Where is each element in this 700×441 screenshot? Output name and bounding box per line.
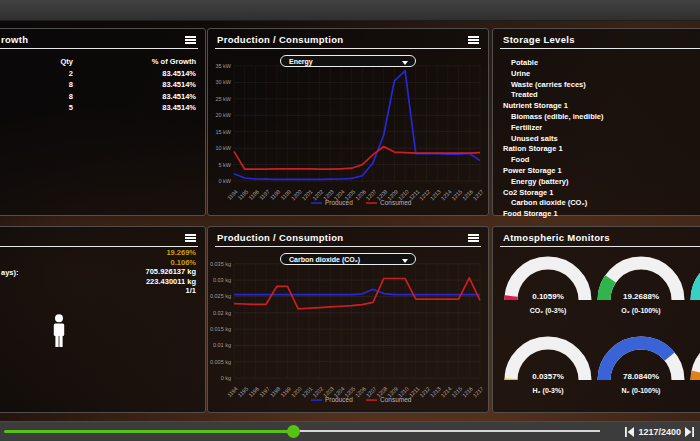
timeline-bar: 1217/2400	[0, 421, 700, 441]
svg-text:5 kW: 5 kW	[218, 162, 231, 168]
menu-icon[interactable]	[185, 36, 196, 44]
atmospheric-monitors-panel: Atmospheric Monitors 0.1059%CO₂ (0-3%)19…	[492, 226, 700, 413]
timeline-track[interactable]	[294, 430, 600, 432]
growth-header-row: Qty % of Growth	[0, 56, 205, 68]
gauge-label: O₂ (0-100%)	[594, 307, 688, 314]
info-value: 223.430011 kg	[146, 277, 196, 287]
svg-text:1214: 1214	[440, 386, 453, 399]
gauge-o2: 19.2688%O₂ (0-100%)	[594, 256, 688, 334]
storage-item: Fertilizer	[503, 123, 604, 134]
panel-title: Storage Levels	[503, 34, 575, 45]
svg-text:1199: 1199	[280, 188, 293, 201]
svg-text:10 kW: 10 kW	[215, 145, 231, 151]
storage-item: Co2 Storage 1	[503, 188, 604, 199]
svg-text:1212: 1212	[418, 188, 431, 201]
growth-panel: rowth Qty % of Growth 283.4514%883.4514%…	[0, 28, 206, 216]
svg-text:1200: 1200	[290, 386, 303, 399]
svg-text:1216: 1216	[461, 386, 474, 399]
selector-value: Carbon dioxide (CO₂)	[289, 256, 360, 263]
selector-value: Energy	[289, 58, 313, 65]
growth-value: 83.4514%	[162, 68, 196, 80]
skip-end-button[interactable]	[685, 427, 694, 437]
menu-icon[interactable]	[468, 234, 479, 242]
svg-text:25 kW: 25 kW	[215, 96, 231, 102]
menu-icon[interactable]	[185, 234, 196, 242]
growth-value: 83.4514%	[162, 102, 196, 114]
svg-text:0.01 kg: 0.01 kg	[213, 343, 231, 349]
energy-selector[interactable]: Energy	[280, 55, 416, 67]
menu-icon[interactable]	[468, 36, 479, 44]
gauge-value: 0.0357%	[501, 372, 595, 381]
timeline-track-filled[interactable]	[4, 430, 294, 433]
gauge-label: CO₂ (0-3%)	[501, 307, 595, 314]
panel-title: Production / Consumption	[217, 34, 343, 45]
svg-text:1216: 1216	[461, 188, 474, 201]
panel-title: Atmospheric Monitors	[503, 232, 610, 243]
storage-item: Potable	[503, 58, 604, 69]
gauge-label: N₂ (0-100%)	[594, 387, 688, 394]
info-value: 705.926137 kg	[146, 267, 196, 277]
svg-text:1206: 1206	[354, 386, 367, 399]
info-values: 19.269%0.106%705.926137 kg223.430011 kg1…	[146, 248, 196, 296]
qty-value: 8	[69, 91, 73, 103]
storage-item: Food	[503, 155, 604, 166]
title-divider	[0, 246, 198, 247]
skip-start-button[interactable]	[625, 427, 634, 437]
info-value: 0.106%	[146, 258, 196, 268]
panel-title: rowth	[1, 34, 28, 45]
svg-text:1197: 1197	[258, 188, 271, 201]
svg-text:1196: 1196	[248, 386, 261, 399]
svg-text:Consumed: Consumed	[380, 396, 412, 403]
qty-value: 5	[69, 102, 73, 114]
gauge-value: 19.2688%	[594, 292, 688, 301]
title-divider	[215, 48, 481, 49]
panel-title: Production / Consumption	[217, 232, 343, 243]
svg-text:0 kW: 0 kW	[218, 178, 231, 184]
svg-text:1202: 1202	[311, 188, 324, 201]
svg-text:1197: 1197	[258, 386, 271, 399]
svg-text:1214: 1214	[440, 188, 453, 201]
storage-list: PotableUrineWaste (carries feces)Treated…	[503, 58, 604, 220]
qty-value: 8	[69, 79, 73, 91]
storage-levels-panel: Storage Levels PotableUrineWaste (carrie…	[492, 28, 700, 216]
storage-item: Nutrient Storage 1	[503, 101, 604, 112]
gauge-co2: 0.1059%CO₂ (0-3%)	[501, 256, 595, 334]
svg-text:0.015 kg: 0.015 kg	[210, 326, 231, 332]
svg-text:Consumed: Consumed	[380, 199, 412, 206]
chevron-down-icon	[402, 259, 408, 263]
title-divider	[0, 48, 198, 49]
growth-row: 883.4514%	[0, 79, 205, 91]
info-value: 1/1	[146, 286, 196, 296]
svg-text:1213: 1213	[429, 386, 442, 399]
timeline-thumb[interactable]	[287, 425, 300, 438]
svg-text:1212: 1212	[418, 386, 431, 399]
co2-selector[interactable]: Carbon dioxide (CO₂)	[280, 253, 416, 265]
svg-text:20 kW: 20 kW	[215, 112, 231, 118]
svg-text:1215: 1215	[450, 188, 463, 201]
svg-text:1213: 1213	[429, 188, 442, 201]
crew-info-panel: ays): 19.269%0.106%705.926137 kg223.4300…	[0, 226, 206, 413]
info-value: 19.269%	[146, 248, 196, 258]
svg-text:1195: 1195	[237, 188, 250, 201]
storage-item: Treated	[503, 90, 604, 101]
svg-text:1194: 1194	[226, 386, 239, 399]
svg-text:0 kg: 0 kg	[221, 375, 231, 381]
storage-item: Urine	[503, 69, 604, 80]
title-divider	[500, 246, 700, 247]
svg-text:1201: 1201	[301, 386, 314, 399]
svg-text:1198: 1198	[269, 188, 282, 201]
title-divider	[215, 246, 481, 247]
svg-text:15 kW: 15 kW	[215, 129, 231, 135]
svg-text:1207: 1207	[365, 188, 378, 201]
chevron-down-icon	[402, 61, 408, 65]
storage-item: Energy (battery)	[503, 177, 604, 188]
svg-text:1215: 1215	[450, 386, 463, 399]
svg-text:1202: 1202	[311, 386, 324, 399]
qty-value: 2	[69, 68, 73, 80]
svg-text:0.02 kg: 0.02 kg	[213, 310, 231, 316]
info-label-fragment: ays):	[1, 268, 19, 277]
storage-item: Unused salts	[503, 134, 604, 145]
svg-text:1201: 1201	[301, 188, 314, 201]
step-counter: 1217/2400	[638, 427, 681, 437]
svg-text:1199: 1199	[280, 386, 293, 399]
